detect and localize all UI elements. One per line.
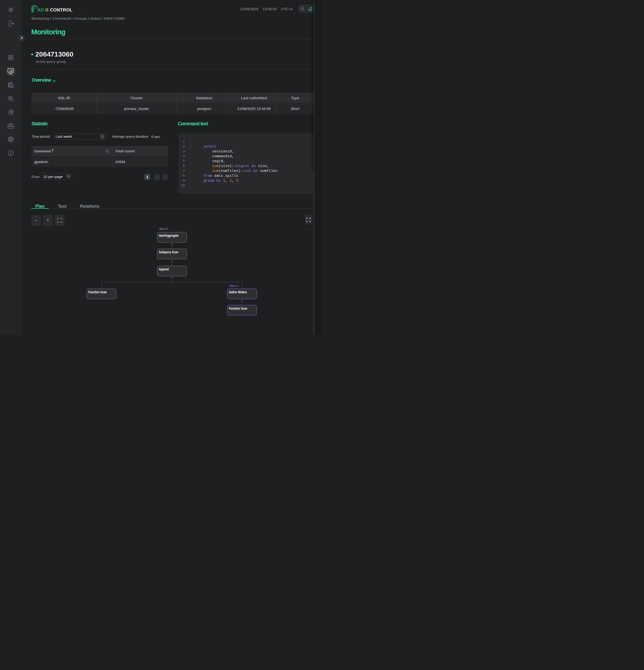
svg-text:i: i bbox=[10, 151, 12, 155]
